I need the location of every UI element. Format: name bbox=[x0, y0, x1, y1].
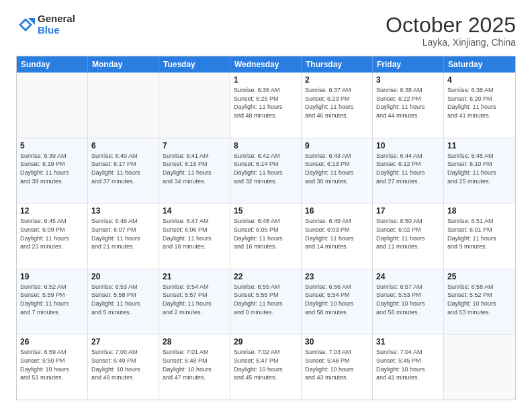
day-info: Sunrise: 6:42 AM Sunset: 6:14 PM Dayligh… bbox=[234, 152, 298, 185]
day-number: 5 bbox=[20, 141, 84, 150]
day-cell-29: 29Sunrise: 7:02 AM Sunset: 5:47 PM Dayli… bbox=[230, 334, 302, 400]
day-cell-18: 18Sunrise: 6:51 AM Sunset: 6:01 PM Dayli… bbox=[444, 203, 515, 269]
day-number: 18 bbox=[447, 206, 512, 216]
day-cell-21: 21Sunrise: 6:54 AM Sunset: 5:57 PM Dayli… bbox=[159, 269, 230, 334]
day-info: Sunrise: 6:41 AM Sunset: 6:16 PM Dayligh… bbox=[163, 152, 226, 185]
day-cell-19: 19Sunrise: 6:52 AM Sunset: 5:59 PM Dayli… bbox=[17, 269, 88, 334]
weekday-header-friday: Friday bbox=[373, 56, 444, 73]
day-info: Sunrise: 6:57 AM Sunset: 5:53 PM Dayligh… bbox=[376, 283, 440, 316]
day-info: Sunrise: 6:36 AM Sunset: 6:25 PM Dayligh… bbox=[234, 86, 298, 120]
day-info: Sunrise: 6:37 AM Sunset: 6:23 PM Dayligh… bbox=[305, 86, 369, 120]
week-row-4: 19Sunrise: 6:52 AM Sunset: 5:59 PM Dayli… bbox=[17, 269, 515, 335]
day-cell-26: 26Sunrise: 6:59 AM Sunset: 5:50 PM Dayli… bbox=[17, 334, 88, 400]
day-info: Sunrise: 6:46 AM Sunset: 6:07 PM Dayligh… bbox=[91, 217, 155, 250]
empty-cell bbox=[159, 73, 230, 138]
empty-cell bbox=[88, 73, 159, 138]
day-info: Sunrise: 6:48 AM Sunset: 6:05 PM Dayligh… bbox=[234, 217, 298, 250]
logo-icon bbox=[16, 15, 35, 34]
day-number: 15 bbox=[234, 206, 298, 216]
day-number: 13 bbox=[91, 206, 155, 216]
day-info: Sunrise: 6:59 AM Sunset: 5:50 PM Dayligh… bbox=[20, 348, 84, 381]
title-block: October 2025 Layka, Xinjiang, China bbox=[386, 13, 516, 48]
week-row-2: 5Sunrise: 6:39 AM Sunset: 6:19 PM Daylig… bbox=[17, 138, 515, 204]
day-cell-13: 13Sunrise: 6:46 AM Sunset: 6:07 PM Dayli… bbox=[88, 203, 159, 269]
day-number: 6 bbox=[91, 141, 155, 150]
day-number: 22 bbox=[234, 272, 298, 281]
day-cell-15: 15Sunrise: 6:48 AM Sunset: 6:05 PM Dayli… bbox=[230, 203, 302, 269]
day-info: Sunrise: 6:40 AM Sunset: 6:17 PM Dayligh… bbox=[91, 152, 155, 185]
day-number: 4 bbox=[447, 75, 512, 85]
day-cell-4: 4Sunrise: 6:38 AM Sunset: 6:20 PM Daylig… bbox=[444, 73, 515, 138]
day-number: 23 bbox=[305, 272, 369, 281]
calendar: SundayMondayTuesdayWednesdayThursdayFrid… bbox=[16, 56, 516, 400]
day-number: 12 bbox=[20, 206, 84, 216]
day-cell-12: 12Sunrise: 6:45 AM Sunset: 6:09 PM Dayli… bbox=[17, 203, 88, 269]
day-number: 11 bbox=[447, 141, 512, 150]
weekday-header-monday: Monday bbox=[88, 56, 159, 73]
day-number: 10 bbox=[376, 141, 440, 150]
day-info: Sunrise: 6:45 AM Sunset: 6:10 PM Dayligh… bbox=[447, 152, 512, 185]
day-info: Sunrise: 6:38 AM Sunset: 6:22 PM Dayligh… bbox=[376, 86, 440, 120]
day-number: 25 bbox=[447, 272, 512, 281]
day-cell-8: 8Sunrise: 6:42 AM Sunset: 6:14 PM Daylig… bbox=[230, 138, 302, 203]
day-cell-24: 24Sunrise: 6:57 AM Sunset: 5:53 PM Dayli… bbox=[373, 269, 444, 334]
day-number: 20 bbox=[91, 272, 155, 281]
header: General Blue October 2025 Layka, Xinjian… bbox=[16, 13, 516, 48]
day-info: Sunrise: 7:04 AM Sunset: 5:45 PM Dayligh… bbox=[376, 348, 440, 381]
day-number: 27 bbox=[91, 337, 155, 347]
day-info: Sunrise: 7:03 AM Sunset: 5:46 PM Dayligh… bbox=[305, 348, 369, 381]
logo-text: General Blue bbox=[38, 13, 75, 36]
day-cell-27: 27Sunrise: 7:00 AM Sunset: 5:49 PM Dayli… bbox=[88, 334, 159, 400]
day-info: Sunrise: 6:56 AM Sunset: 5:54 PM Dayligh… bbox=[305, 283, 369, 316]
weekday-header-thursday: Thursday bbox=[302, 56, 373, 73]
month-title: October 2025 bbox=[386, 13, 516, 37]
day-cell-5: 5Sunrise: 6:39 AM Sunset: 6:19 PM Daylig… bbox=[17, 138, 88, 203]
day-info: Sunrise: 7:01 AM Sunset: 5:48 PM Dayligh… bbox=[163, 348, 226, 381]
day-cell-6: 6Sunrise: 6:40 AM Sunset: 6:17 PM Daylig… bbox=[88, 138, 159, 203]
day-info: Sunrise: 6:45 AM Sunset: 6:09 PM Dayligh… bbox=[20, 217, 84, 250]
logo-general: General bbox=[38, 13, 75, 25]
day-info: Sunrise: 7:00 AM Sunset: 5:49 PM Dayligh… bbox=[91, 348, 155, 381]
logo-blue: Blue bbox=[38, 25, 75, 36]
calendar-body: 1Sunrise: 6:36 AM Sunset: 6:25 PM Daylig… bbox=[17, 73, 515, 400]
calendar-header: SundayMondayTuesdayWednesdayThursdayFrid… bbox=[17, 56, 515, 73]
day-info: Sunrise: 6:53 AM Sunset: 5:58 PM Dayligh… bbox=[91, 283, 155, 316]
weekday-header-sunday: Sunday bbox=[17, 56, 88, 73]
day-number: 31 bbox=[376, 337, 440, 347]
day-number: 7 bbox=[163, 141, 226, 150]
day-number: 8 bbox=[234, 141, 298, 150]
week-row-1: 1Sunrise: 6:36 AM Sunset: 6:25 PM Daylig… bbox=[17, 73, 515, 138]
day-cell-23: 23Sunrise: 6:56 AM Sunset: 5:54 PM Dayli… bbox=[302, 269, 373, 334]
week-row-3: 12Sunrise: 6:45 AM Sunset: 6:09 PM Dayli… bbox=[17, 203, 515, 269]
weekday-header-wednesday: Wednesday bbox=[230, 56, 302, 73]
day-number: 21 bbox=[163, 272, 226, 281]
day-info: Sunrise: 6:39 AM Sunset: 6:19 PM Dayligh… bbox=[20, 152, 84, 185]
day-cell-30: 30Sunrise: 7:03 AM Sunset: 5:46 PM Dayli… bbox=[302, 334, 373, 400]
empty-cell bbox=[444, 334, 515, 400]
day-info: Sunrise: 6:52 AM Sunset: 5:59 PM Dayligh… bbox=[20, 283, 84, 316]
day-cell-22: 22Sunrise: 6:55 AM Sunset: 5:55 PM Dayli… bbox=[230, 269, 302, 334]
location: Layka, Xinjiang, China bbox=[386, 37, 516, 48]
day-cell-2: 2Sunrise: 6:37 AM Sunset: 6:23 PM Daylig… bbox=[302, 73, 373, 138]
day-info: Sunrise: 6:38 AM Sunset: 6:20 PM Dayligh… bbox=[447, 86, 512, 120]
day-info: Sunrise: 6:49 AM Sunset: 6:03 PM Dayligh… bbox=[305, 217, 369, 250]
day-info: Sunrise: 6:43 AM Sunset: 6:13 PM Dayligh… bbox=[305, 152, 369, 185]
day-info: Sunrise: 6:47 AM Sunset: 6:06 PM Dayligh… bbox=[163, 217, 226, 250]
weekday-header-saturday: Saturday bbox=[444, 56, 515, 73]
day-number: 14 bbox=[163, 206, 226, 216]
logo: General Blue bbox=[16, 13, 75, 36]
day-cell-16: 16Sunrise: 6:49 AM Sunset: 6:03 PM Dayli… bbox=[302, 203, 373, 269]
day-info: Sunrise: 6:55 AM Sunset: 5:55 PM Dayligh… bbox=[234, 283, 298, 316]
day-number: 26 bbox=[20, 337, 84, 347]
day-cell-11: 11Sunrise: 6:45 AM Sunset: 6:10 PM Dayli… bbox=[444, 138, 515, 203]
day-number: 30 bbox=[305, 337, 369, 347]
day-number: 17 bbox=[376, 206, 440, 216]
day-info: Sunrise: 6:44 AM Sunset: 6:12 PM Dayligh… bbox=[376, 152, 440, 185]
weekday-header-tuesday: Tuesday bbox=[159, 56, 230, 73]
day-number: 24 bbox=[376, 272, 440, 281]
day-info: Sunrise: 7:02 AM Sunset: 5:47 PM Dayligh… bbox=[234, 348, 298, 381]
day-number: 28 bbox=[163, 337, 226, 347]
empty-cell bbox=[17, 73, 88, 138]
day-cell-17: 17Sunrise: 6:50 AM Sunset: 6:02 PM Dayli… bbox=[373, 203, 444, 269]
day-cell-9: 9Sunrise: 6:43 AM Sunset: 6:13 PM Daylig… bbox=[302, 138, 373, 203]
